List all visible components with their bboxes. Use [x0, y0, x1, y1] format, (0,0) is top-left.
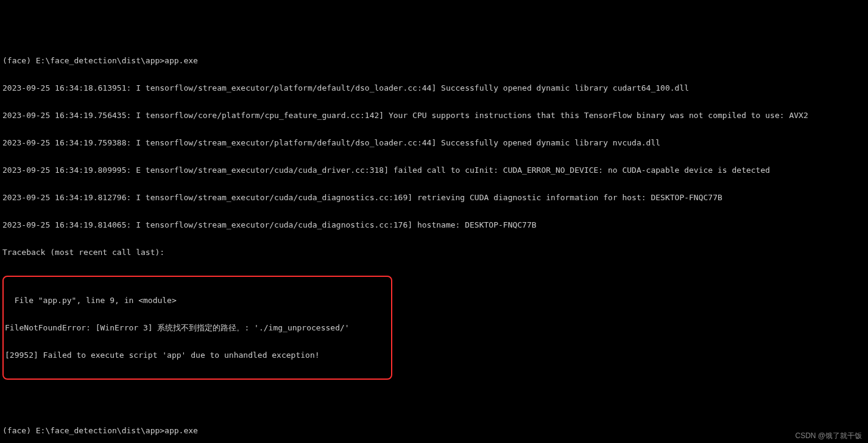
prompt-line: (face) E:\face_detection\dist\app>app.ex…: [2, 426, 866, 435]
error-line: File "app.py", line 9, in <module>: [5, 296, 390, 305]
prompt-line: (face) E:\face_detection\dist\app>app.ex…: [2, 56, 866, 65]
log-line: 2023-09-25 16:34:19.814065: I tensorflow…: [2, 220, 866, 229]
log-line: Traceback (most recent call last):: [2, 248, 866, 257]
log-line: 2023-09-25 16:34:19.756435: I tensorflow…: [2, 111, 866, 120]
terminal-output[interactable]: (face) E:\face_detection\dist\app>app.ex…: [2, 38, 866, 443]
watermark-text: CSDN @饿了就干饭: [795, 431, 862, 441]
error-line: [29952] Failed to execute script 'app' d…: [5, 351, 390, 360]
error-line: FileNotFoundError: [WinError 3] 系统找不到指定的…: [5, 323, 390, 332]
log-line: 2023-09-25 16:34:18.613951: I tensorflow…: [2, 83, 866, 92]
log-line: 2023-09-25 16:34:19.809995: E tensorflow…: [2, 166, 866, 175]
blank-line: [2, 399, 866, 408]
log-line: 2023-09-25 16:34:19.812796: I tensorflow…: [2, 193, 866, 202]
log-line: 2023-09-25 16:34:19.759388: I tensorflow…: [2, 138, 866, 147]
error-highlight-box: File "app.py", line 9, in <module> FileN…: [2, 276, 392, 380]
